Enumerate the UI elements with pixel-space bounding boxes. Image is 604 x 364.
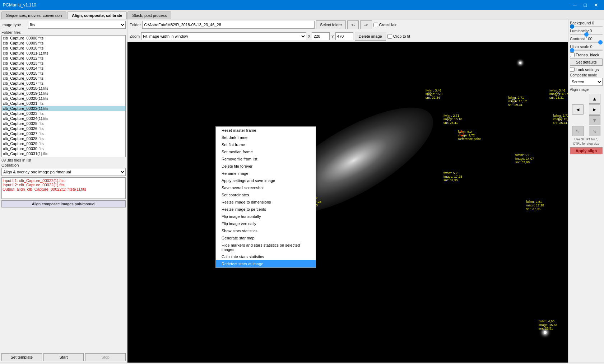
right-panel: Background 0 Luminocity 0 Contrast 100 H…	[568, 19, 604, 363]
file-list-item[interactable]: clb_Capture_00018(1).fits	[2, 86, 125, 91]
context-menu-item[interactable]: Apply settings and save image	[216, 177, 316, 184]
context-menu-item[interactable]: Show stars statistics	[216, 227, 316, 234]
composite-mode-label: Composite mode	[570, 73, 603, 77]
file-list-item[interactable]: clb_Capture_00017.fits	[2, 81, 125, 86]
luminocity-slider[interactable]	[570, 34, 603, 35]
context-menu-item[interactable]: Flip image horizontally	[216, 213, 316, 220]
close-button[interactable]: ✕	[591, 1, 601, 9]
file-list-item[interactable]: clb_Capture_00022(1).fits	[2, 106, 125, 111]
file-list-item[interactable]: clb_Capture_00027.fits	[2, 131, 125, 136]
bright-star	[544, 331, 547, 334]
y-input[interactable]	[335, 32, 353, 40]
histo-slider[interactable]	[570, 50, 603, 51]
lock-settings-label[interactable]: Lock settings	[570, 67, 603, 72]
star-annotation: fwhm: 5,2image: 17,28snr: 37,95	[443, 171, 462, 182]
composite-mode-select[interactable]: Screen Normal Multiply Overlay	[570, 78, 603, 86]
file-list[interactable]: clb_Capture_00008.fitsclb_Capture_00009.…	[1, 35, 126, 157]
file-list-item[interactable]: clb_Capture_00010.fits	[2, 46, 125, 51]
image-type-select[interactable]: fits raw tiff jpg png	[28, 21, 126, 29]
stop-button[interactable]: Stop	[85, 353, 126, 361]
contrast-slider[interactable]	[570, 42, 603, 43]
file-list-item[interactable]: clb_Capture_00030.fits	[2, 146, 125, 151]
start-button[interactable]: Start	[43, 353, 84, 361]
nav-forward-button[interactable]: ->	[360, 20, 372, 29]
file-list-item[interactable]: clb_Capture_00015.fits	[2, 71, 125, 76]
context-menu-item[interactable]: Remove file from list	[216, 155, 316, 163]
crop-to-fit-checkbox[interactable]	[387, 34, 392, 39]
tab-sequences[interactable]: Sequences, movies, conversion	[1, 11, 66, 19]
context-menu-item[interactable]: Reset master frame	[216, 127, 316, 134]
tab-align[interactable]: Align, composite, calibrate	[67, 11, 127, 19]
align-up-button[interactable]: ▲	[589, 94, 600, 104]
crosshair-checkbox[interactable]	[373, 23, 378, 27]
context-menu-item[interactable]: Set dark frame	[216, 134, 316, 141]
file-list-item[interactable]: clb_Capture_00016.fits	[2, 76, 125, 81]
file-list-item[interactable]: clb_Capture_00023.fits	[2, 111, 125, 116]
set-template-button[interactable]: Set template	[1, 353, 42, 361]
set-defaults-button[interactable]: Set defaults	[570, 59, 603, 66]
file-list-item[interactable]: clb_Capture_00019(1).fits	[2, 91, 125, 96]
folder-path-input[interactable]	[142, 21, 315, 29]
context-menu-item[interactable]: Rename image	[216, 170, 316, 177]
align-image-label: Align image	[570, 88, 589, 92]
context-menu-item[interactable]: Delete file forever	[216, 163, 316, 170]
context-menu-item[interactable]: Resize image to dimensions	[216, 199, 316, 206]
file-list-item[interactable]: clb_Capture_00021.fits	[2, 101, 125, 106]
file-list-item[interactable]: clb_Capture_00032.fits	[2, 156, 125, 157]
luminocity-slider-group: Luminocity 0	[570, 29, 603, 35]
file-list-item[interactable]: clb_Capture_00012.fits	[2, 56, 125, 61]
background-slider[interactable]	[570, 26, 603, 27]
context-menu-item[interactable]: Generate star map	[216, 234, 316, 242]
file-list-item[interactable]: clb_Capture_00009.fits	[2, 41, 125, 46]
file-list-item[interactable]: clb_Capture_00013.fits	[2, 61, 125, 66]
file-list-item[interactable]: clb_Capture_00014.fits	[2, 66, 125, 71]
file-list-item[interactable]: clb_Capture_00024(1).fits	[2, 116, 125, 121]
context-menu-item[interactable]: Hide markers and stars statistics on sel…	[216, 242, 316, 253]
file-list-item[interactable]: clb_Capture_00025.fits	[2, 121, 125, 126]
context-menu-item[interactable]: Flip image vertically	[216, 220, 316, 227]
context-menu-item[interactable]: Set flat frame	[216, 141, 316, 148]
align-down-button[interactable]: ▼	[589, 115, 600, 125]
context-menu-item[interactable]: Set coordinates	[216, 191, 316, 199]
align-composite-button[interactable]: Align composite images pair/manual	[1, 200, 126, 207]
center-panel: Folder Select folder <- -> CrossHair Zoo…	[127, 19, 568, 363]
file-list-item[interactable]: clb_Capture_00011(1).fits	[2, 51, 125, 56]
crop-to-fit-checkbox-label[interactable]: Crop to fit	[387, 34, 410, 39]
file-list-item[interactable]: clb_Capture_00028.fits	[2, 136, 125, 141]
file-list-item[interactable]: clb_Capture_00008.fits	[2, 36, 125, 41]
maximize-button[interactable]: □	[581, 1, 590, 9]
y-label: Y	[331, 34, 334, 38]
zoom-select[interactable]: Fit image width in window	[141, 32, 306, 40]
transp-black-checkbox[interactable]	[570, 52, 575, 57]
zoom-label: Zoom	[130, 34, 140, 38]
nav-back-button[interactable]: <-	[347, 20, 359, 29]
apply-align-button[interactable]: Apply align	[570, 147, 603, 154]
select-folder-button[interactable]: Select folder	[316, 20, 346, 29]
image-type-row: Image type fits raw tiff jpg png	[1, 21, 126, 29]
file-list-item[interactable]: clb_Capture_00029.fits	[2, 141, 125, 146]
context-menu-item[interactable]: Save overall screenshot	[216, 184, 316, 191]
operation-select[interactable]: Align & overlay one image pair/manual	[1, 168, 126, 176]
crosshair-checkbox-label[interactable]: CrossHair	[373, 23, 397, 27]
minimize-button[interactable]: ─	[570, 1, 580, 9]
lock-settings-checkbox[interactable]	[570, 67, 575, 72]
file-list-item[interactable]: clb_Capture_00020(1).fits	[2, 96, 125, 101]
align-left-button[interactable]: ◄	[572, 104, 584, 115]
context-menu: Reset master frameSet dark frameSet flat…	[215, 126, 316, 268]
file-list-item[interactable]: clb_Capture_00026.fits	[2, 126, 125, 131]
title-bar: PGMania_v1.110 ─ □ ✕	[0, 0, 604, 10]
context-menu-item[interactable]: Redetect stars at image	[216, 260, 316, 267]
file-list-item[interactable]: clb_Capture_00031(1).fits	[2, 151, 125, 156]
x-input[interactable]	[312, 32, 330, 40]
context-menu-item[interactable]: Resize image to percents	[216, 206, 316, 213]
transp-black-label[interactable]: Transp. black	[570, 52, 603, 57]
align-right-button[interactable]: ►	[589, 104, 600, 115]
align-diag-ul-button[interactable]: ↖	[572, 126, 584, 136]
context-menu-item[interactable]: Calculate stars statistics	[216, 253, 316, 260]
context-menu-item[interactable]: Set median frame	[216, 148, 316, 155]
main-tabs: Sequences, movies, conversion Align, com…	[0, 10, 604, 19]
tab-stack[interactable]: Stack, post process	[127, 11, 171, 19]
delete-image-button[interactable]: Delete image	[355, 32, 386, 41]
align-diag-dr-button[interactable]: ↘	[589, 126, 600, 136]
star-annotation: fwhm: 2,81magn: 17,28snr: 37,95	[526, 200, 544, 211]
